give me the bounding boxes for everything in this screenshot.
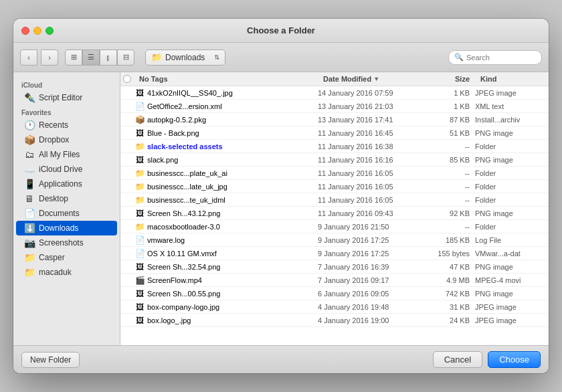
sidebar-item-desktop[interactable]: 🖥Desktop <box>16 191 117 206</box>
finder-window: Choose a Folder ‹ › ⊞ ☰ ⫿ ⊟ 📁 Downloads … <box>13 19 549 373</box>
sidebar-item-downloads[interactable]: ⬇️Downloads <box>16 221 117 235</box>
file-row[interactable]: 🖼 Screen Sh...00.55.png 6 January 2016 0… <box>120 287 549 300</box>
sidebar-item-label-script-editor: Script Editor <box>39 93 82 102</box>
search-input[interactable] <box>466 54 536 62</box>
file-row[interactable]: 📁 businesscc...late_uk_jpg 11 January 20… <box>120 180 549 193</box>
sidebar-item-label-documents: Documents <box>39 209 80 218</box>
file-kind: JPEG image <box>475 316 549 324</box>
file-row[interactable]: 📦 autopkg-0.5.2.pkg 13 January 2016 17:4… <box>120 113 549 126</box>
file-size: 87 KB <box>421 116 475 124</box>
search-icon: 🔍 <box>454 53 464 62</box>
sidebar-item-icloud-drive[interactable]: ☁️iCloud Drive <box>16 162 117 177</box>
file-size: -- <box>421 142 475 151</box>
macaduk-icon: 📁 <box>24 267 35 278</box>
file-kind: PNG image <box>475 156 549 164</box>
choose-button[interactable]: Choose <box>488 351 541 368</box>
window-title: Choose a Folder <box>247 25 315 35</box>
folder-icon: 📁 <box>151 52 162 62</box>
file-row[interactable]: 🖼 slack.png 11 January 2016 16:16 85 KB … <box>120 153 549 167</box>
cover-flow-button[interactable]: ⊟ <box>117 50 134 66</box>
file-name: box-company-logo.jpg <box>147 303 318 311</box>
file-name: OS X 10.11 GM.vmxf <box>147 250 318 258</box>
cancel-button[interactable]: Cancel <box>433 351 482 368</box>
file-row[interactable]: 📄 OS X 10.11 GM.vmxf 9 January 2016 17:2… <box>120 247 549 260</box>
file-row[interactable]: 📄 vmware.log 9 January 2016 17:25 185 KB… <box>120 233 549 247</box>
sidebar-item-casper[interactable]: 📁Casper <box>16 250 117 265</box>
back-button[interactable]: ‹ <box>20 50 37 66</box>
file-icon: 🖼 <box>134 316 146 325</box>
file-date: 9 January 2016 17:25 <box>318 236 421 244</box>
file-row[interactable]: 📁 macosxbootloader-3.0 9 January 2016 21… <box>120 220 549 233</box>
file-size: 92 KB <box>421 209 475 217</box>
file-icon: 🖼 <box>134 88 146 98</box>
casper-icon: 📁 <box>24 252 35 263</box>
new-folder-button[interactable]: New Folder <box>21 352 80 368</box>
file-row[interactable]: 📁 slack-selected assets 11 January 2016 … <box>120 140 549 153</box>
list-view-button[interactable]: ☰ <box>82 50 100 66</box>
file-row[interactable]: 🖼 Screen Sh...43.12.png 11 January 2016 … <box>120 207 549 220</box>
documents-icon: 📄 <box>24 208 35 219</box>
script-editor-icon: ✒️ <box>24 92 35 103</box>
file-date: 11 January 2016 16:05 <box>318 196 421 204</box>
sidebar-item-label-casper: Casper <box>39 253 65 262</box>
file-row[interactable]: 📄 GetOffice2...ersion.xml 13 January 201… <box>120 100 549 113</box>
sort-icon: ▼ <box>373 76 379 82</box>
sidebar-item-screenshots[interactable]: 📷Screenshots <box>16 235 117 250</box>
maximize-button[interactable] <box>45 27 54 35</box>
col-header-check <box>120 72 134 86</box>
toolbar: ‹ › ⊞ ☰ ⫿ ⊟ 📁 Downloads ⇅ 🔍 <box>13 43 549 72</box>
file-row[interactable]: 🖼 box-company-logo.jpg 4 January 2016 19… <box>120 300 549 314</box>
file-row[interactable]: 📁 businesscc...plate_uk_ai 11 January 20… <box>120 167 549 180</box>
file-size: -- <box>421 169 475 177</box>
minimize-button[interactable] <box>33 27 41 35</box>
file-row[interactable]: 🖼 Screen Sh...32.54.png 7 January 2016 1… <box>120 260 549 274</box>
file-row[interactable]: 🖼 box.logo_.jpg 4 January 2016 19:00 24 … <box>120 314 549 327</box>
file-icon: 🖼 <box>134 302 146 312</box>
sidebar-item-macaduk[interactable]: 📁macaduk <box>16 265 117 280</box>
forward-button[interactable]: › <box>41 50 58 66</box>
file-kind: Install...archiv <box>475 116 549 124</box>
location-dropdown[interactable]: 📁 Downloads ⇅ <box>145 50 225 66</box>
file-name: Screen Sh...43.12.png <box>147 209 318 217</box>
view-buttons: ⊞ ☰ ⫿ ⊟ <box>65 50 134 66</box>
file-kind: JPEG image <box>475 303 549 311</box>
sidebar-section-favorites: Favorites <box>13 105 120 118</box>
all-my-files-icon: 🗂 <box>24 149 35 160</box>
sidebar-item-script-editor[interactable]: ✒️Script Editor <box>16 90 117 105</box>
file-size: 185 KB <box>421 236 475 244</box>
col-header-date[interactable]: Date Modified ▼ <box>318 72 421 86</box>
file-row[interactable]: 🖼 41xkO2nIIQL__SS40_.jpg 14 January 2016… <box>120 86 549 100</box>
sidebar-item-label-all-my-files: All My Files <box>39 150 80 159</box>
file-name: Screen Sh...32.54.png <box>147 263 318 271</box>
file-name: 41xkO2nIIQL__SS40_.jpg <box>147 89 318 97</box>
file-size: 51 KB <box>421 129 475 137</box>
file-size: 155 bytes <box>421 250 475 258</box>
file-row[interactable]: 🎬 ScreenFlow.mp4 7 January 2016 09:17 4.… <box>120 274 549 287</box>
col-header-kind[interactable]: Kind <box>475 72 549 86</box>
sidebar-item-documents[interactable]: 📄Documents <box>16 206 117 221</box>
col-header-size[interactable]: Size <box>421 72 475 86</box>
search-box[interactable]: 🔍 <box>448 50 542 65</box>
file-row[interactable]: 📁 businesscc...te_uk_idml 11 January 201… <box>120 193 549 207</box>
sidebar-item-all-my-files[interactable]: 🗂All My Files <box>16 147 117 162</box>
file-date: 11 January 2016 16:05 <box>318 183 421 191</box>
file-kind: PNG image <box>475 263 549 271</box>
file-date: 6 January 2016 09:05 <box>318 290 421 298</box>
col-header-name[interactable]: No Tags <box>134 72 318 86</box>
icloud-drive-icon: ☁️ <box>24 164 35 175</box>
sidebar-item-recents[interactable]: 🕐Recents <box>16 118 117 132</box>
file-size: 1 KB <box>421 102 475 110</box>
icon-view-button[interactable]: ⊞ <box>65 50 82 66</box>
applications-icon: 📱 <box>24 179 35 189</box>
main-area: iCloud✒️Script EditorFavorites🕐Recents📦D… <box>13 72 549 345</box>
file-name: businesscc...late_uk_jpg <box>147 183 318 191</box>
bottom-right-buttons: Cancel Choose <box>433 351 541 368</box>
sidebar-item-dropbox[interactable]: 📦Dropbox <box>16 132 117 147</box>
file-name: autopkg-0.5.2.pkg <box>147 116 318 124</box>
file-date: 11 January 2016 09:43 <box>318 209 421 217</box>
close-button[interactable] <box>21 27 29 35</box>
file-date: 9 January 2016 21:50 <box>318 223 421 231</box>
sidebar-item-applications[interactable]: 📱Applications <box>16 177 117 191</box>
file-row[interactable]: 🖼 Blue - Back.png 11 January 2016 16:45 … <box>120 126 549 140</box>
column-view-button[interactable]: ⫿ <box>100 50 117 66</box>
